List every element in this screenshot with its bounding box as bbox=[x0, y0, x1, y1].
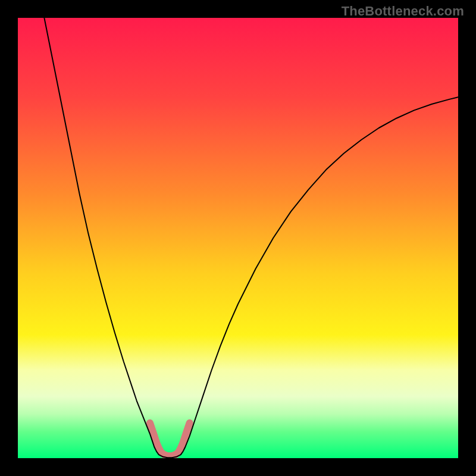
chart-frame: { "watermark": "TheBottleneck.com", "cha… bbox=[0, 0, 476, 476]
bottleneck-chart bbox=[18, 18, 458, 458]
plot-background bbox=[18, 18, 458, 458]
watermark-text: TheBottleneck.com bbox=[342, 4, 464, 19]
